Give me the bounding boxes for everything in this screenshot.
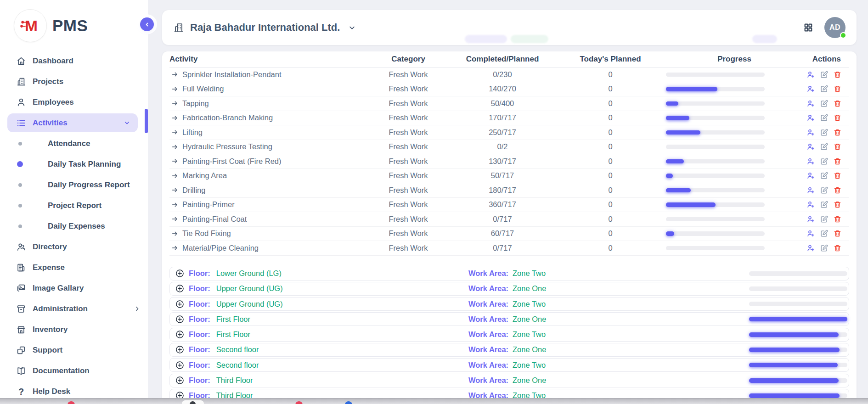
sidebar-item-activities[interactable]: Activities xyxy=(7,113,138,132)
sidebar-item-projects[interactable]: Projects xyxy=(0,71,148,92)
edit-button[interactable] xyxy=(820,99,829,108)
expand-floor-button[interactable] xyxy=(175,360,185,370)
activity-name: Material/Pipe Cleaning xyxy=(182,244,259,252)
delete-button[interactable] xyxy=(833,70,842,79)
assign-user-button[interactable] xyxy=(806,186,815,195)
delete-button[interactable] xyxy=(833,171,842,180)
floor-row: Floor: Lower Ground (LG) Work Area: Zone… xyxy=(169,267,849,281)
chevron-down-icon xyxy=(348,23,356,32)
assign-user-button[interactable] xyxy=(806,200,815,209)
edit-button[interactable] xyxy=(820,215,829,224)
todays-planned-value: 0 xyxy=(555,186,665,195)
plus-circle-icon xyxy=(175,269,185,278)
bullet-dot-icon xyxy=(18,204,22,208)
sidebar-item-support[interactable]: Support xyxy=(0,340,148,360)
edit-button[interactable] xyxy=(820,128,829,137)
delete-button[interactable] xyxy=(833,244,842,252)
delete-button[interactable] xyxy=(833,157,842,166)
partial-red-fab[interactable] xyxy=(68,401,75,404)
sidebar-item-expense[interactable]: Expense xyxy=(0,257,148,278)
sidebar-item-inventory[interactable]: Inventory xyxy=(0,319,148,340)
partial-red-fab[interactable] xyxy=(295,401,303,404)
sidebar-subitem-attendance[interactable]: Attendance xyxy=(0,133,148,154)
expand-floor-button[interactable] xyxy=(175,299,185,309)
edit-button[interactable] xyxy=(820,244,829,252)
sidebar-subitem-daily-progress-report[interactable]: Daily Progress Report xyxy=(0,174,148,195)
home-icon xyxy=(16,56,26,66)
edit-icon xyxy=(820,70,829,79)
edit-button[interactable] xyxy=(820,142,829,151)
assign-user-button[interactable] xyxy=(806,128,815,137)
delete-button[interactable] xyxy=(833,113,842,122)
delete-button[interactable] xyxy=(833,99,842,108)
sidebar-subitem-project-report[interactable]: Project Report xyxy=(0,195,148,216)
work-area-zone: Zone Two xyxy=(513,361,546,370)
edit-button[interactable] xyxy=(820,84,829,93)
work-area-label: Work Area: xyxy=(468,391,508,398)
edit-button[interactable] xyxy=(820,70,829,79)
sidebar-subitem-daily-task-planning[interactable]: Daily Task Planning xyxy=(0,154,148,174)
floor-label: Floor: xyxy=(189,345,210,354)
expand-floor-button[interactable] xyxy=(175,376,185,385)
delete-button[interactable] xyxy=(833,215,842,224)
expand-floor-button[interactable] xyxy=(175,330,185,339)
apps-grid-button[interactable] xyxy=(803,22,813,33)
user-avatar[interactable]: AD xyxy=(824,17,845,38)
partial-blue-fab[interactable] xyxy=(345,401,352,404)
edit-icon xyxy=(820,128,829,137)
floor-row: Floor: Upper Ground (UG) Work Area: Zone… xyxy=(169,282,849,296)
expand-floor-button[interactable] xyxy=(175,391,185,398)
edit-icon xyxy=(820,99,829,108)
delete-button[interactable] xyxy=(833,128,842,137)
header-actions: AD xyxy=(803,17,845,38)
sidebar-collapse-button[interactable] xyxy=(140,17,154,31)
sidebar-subitem-daily-expenses[interactable]: Daily Expenses xyxy=(0,216,148,236)
expand-floor-button[interactable] xyxy=(175,269,185,278)
sidebar-item-dashboard[interactable]: Dashboard xyxy=(0,50,148,71)
sidebar-item-administration[interactable]: Administration xyxy=(0,298,148,319)
floor-label: Floor: xyxy=(189,269,210,278)
floor-row: Floor: First Floor Work Area: Zone Two xyxy=(169,328,849,342)
completed-planned-value: 0/230 xyxy=(450,70,555,79)
assign-user-button[interactable] xyxy=(806,142,815,151)
assign-user-button[interactable] xyxy=(806,229,815,238)
edit-button[interactable] xyxy=(820,157,829,166)
expand-floor-button[interactable] xyxy=(175,345,185,354)
delete-button[interactable] xyxy=(833,84,842,93)
edit-button[interactable] xyxy=(820,200,829,209)
bullet-dot-icon xyxy=(18,183,22,187)
expand-floor-button[interactable] xyxy=(175,284,185,293)
completed-planned-value: 130/717 xyxy=(450,157,555,166)
company-selector[interactable]: Raja Bahadur International Ltd. xyxy=(173,22,356,34)
assign-user-button[interactable] xyxy=(806,84,815,93)
sidebar-scrollbar-thumb[interactable] xyxy=(145,109,148,133)
sidebar-item-label: Dashboard xyxy=(33,56,73,66)
assign-user-button[interactable] xyxy=(806,70,815,79)
sidebar-item-directory[interactable]: Directory xyxy=(0,236,148,257)
assign-user-button[interactable] xyxy=(806,215,815,224)
col-actions: Actions xyxy=(803,55,849,64)
edit-button[interactable] xyxy=(820,229,829,238)
edit-button[interactable] xyxy=(820,186,829,195)
sidebar-item-employees[interactable]: Employees xyxy=(0,92,148,112)
sidebar-item-image-gallary[interactable]: Image Gallary xyxy=(0,278,148,298)
partial-white-pill[interactable] xyxy=(182,400,204,404)
delete-button[interactable] xyxy=(833,186,842,195)
assign-user-button[interactable] xyxy=(806,171,815,180)
assign-user-button[interactable] xyxy=(806,244,815,252)
delete-button[interactable] xyxy=(833,200,842,209)
trash-icon xyxy=(833,70,842,79)
assign-user-button[interactable] xyxy=(806,113,815,122)
assign-user-button[interactable] xyxy=(806,99,815,108)
sidebar-item-documentation[interactable]: Documentation xyxy=(0,360,148,381)
person-plus-icon xyxy=(806,200,815,209)
brand-header: M PMS xyxy=(0,0,148,46)
edit-button[interactable] xyxy=(820,171,829,180)
delete-button[interactable] xyxy=(833,229,842,238)
assign-user-button[interactable] xyxy=(806,157,815,166)
delete-button[interactable] xyxy=(833,142,842,151)
sidebar-item-label: Projects xyxy=(33,77,63,86)
activity-category: Fresh Work xyxy=(367,244,450,252)
edit-button[interactable] xyxy=(820,113,829,122)
expand-floor-button[interactable] xyxy=(175,314,185,324)
